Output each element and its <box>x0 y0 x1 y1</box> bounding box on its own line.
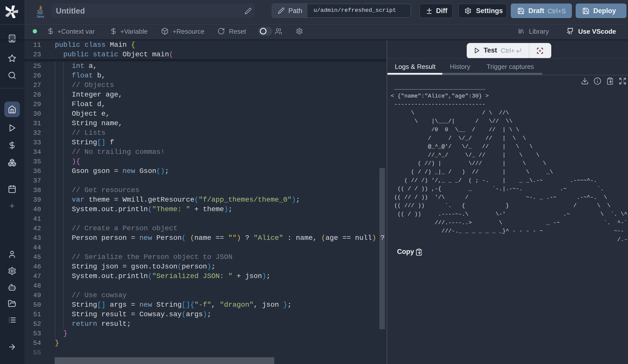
svg-text:Java: Java <box>36 15 44 18</box>
